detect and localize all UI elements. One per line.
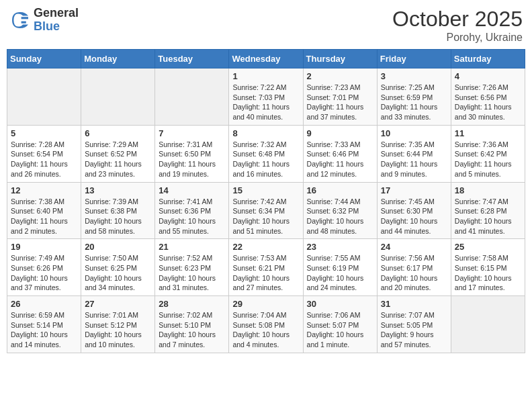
weekday-header: Wednesday: [229, 50, 303, 68]
day-info: Sunrise: 7:39 AMSunset: 6:38 PMDaylight:…: [85, 197, 151, 236]
calendar-cell: 9Sunrise: 7:33 AMSunset: 6:46 PMDaylight…: [303, 125, 377, 182]
calendar-cell: 2Sunrise: 7:23 AMSunset: 7:01 PMDaylight…: [303, 68, 377, 126]
calendar-cell: 8Sunrise: 7:32 AMSunset: 6:48 PMDaylight…: [229, 125, 303, 182]
day-info: Sunrise: 7:52 AMSunset: 6:23 PMDaylight:…: [159, 253, 225, 293]
calendar-cell: 10Sunrise: 7:35 AMSunset: 6:44 PMDayligh…: [377, 125, 451, 182]
day-number: 24: [381, 242, 447, 252]
day-info: Sunrise: 7:55 AMSunset: 6:19 PMDaylight:…: [307, 253, 373, 293]
calendar-week-row: 19Sunrise: 7:49 AMSunset: 6:26 PMDayligh…: [7, 239, 525, 296]
calendar-cell: 6Sunrise: 7:29 AMSunset: 6:52 PMDaylight…: [81, 125, 155, 182]
day-number: 26: [11, 299, 77, 309]
day-number: 14: [159, 185, 225, 195]
calendar-cell: 14Sunrise: 7:41 AMSunset: 6:36 PMDayligh…: [155, 182, 229, 239]
day-info: Sunrise: 7:26 AMSunset: 6:56 PMDaylight:…: [455, 83, 521, 122]
day-info: Sunrise: 7:45 AMSunset: 6:30 PMDaylight:…: [381, 197, 447, 236]
day-number: 4: [455, 71, 521, 81]
day-number: 5: [11, 128, 77, 138]
day-number: 11: [455, 128, 521, 138]
calendar-cell: [451, 296, 525, 353]
day-number: 3: [381, 71, 447, 81]
day-number: 19: [11, 242, 77, 252]
calendar-cell: 22Sunrise: 7:53 AMSunset: 6:21 PMDayligh…: [229, 239, 303, 296]
day-number: 27: [85, 299, 151, 309]
day-info: Sunrise: 6:59 AMSunset: 5:14 PMDaylight:…: [11, 310, 77, 350]
day-number: 23: [307, 242, 373, 252]
day-info: Sunrise: 7:23 AMSunset: 7:01 PMDaylight:…: [307, 83, 373, 122]
day-number: 20: [85, 242, 151, 252]
calendar-cell: 24Sunrise: 7:56 AMSunset: 6:17 PMDayligh…: [377, 239, 451, 296]
day-info: Sunrise: 7:25 AMSunset: 6:59 PMDaylight:…: [381, 83, 447, 122]
title-area: October 2025 Porohy, Ukraine: [392, 7, 523, 44]
weekday-header-row: SundayMondayTuesdayWednesdayThursdayFrid…: [7, 50, 525, 68]
day-number: 22: [232, 242, 299, 252]
calendar-cell: 7Sunrise: 7:31 AMSunset: 6:50 PMDaylight…: [155, 125, 229, 182]
day-number: 12: [11, 185, 77, 195]
calendar-cell: 15Sunrise: 7:42 AMSunset: 6:34 PMDayligh…: [229, 182, 303, 239]
calendar-week-row: 1Sunrise: 7:22 AMSunset: 7:03 PMDaylight…: [7, 68, 525, 126]
calendar-cell: 5Sunrise: 7:28 AMSunset: 6:54 PMDaylight…: [7, 125, 81, 182]
day-number: 16: [307, 185, 373, 195]
day-number: 10: [381, 128, 447, 138]
calendar-cell: 31Sunrise: 7:07 AMSunset: 5:05 PMDayligh…: [377, 296, 451, 353]
day-info: Sunrise: 7:02 AMSunset: 5:10 PMDaylight:…: [159, 310, 225, 350]
calendar-cell: 23Sunrise: 7:55 AMSunset: 6:19 PMDayligh…: [303, 239, 377, 296]
day-info: Sunrise: 7:36 AMSunset: 6:42 PMDaylight:…: [455, 140, 521, 179]
day-number: 8: [232, 128, 299, 138]
calendar-cell: 27Sunrise: 7:01 AMSunset: 5:12 PMDayligh…: [81, 296, 155, 353]
calendar-week-row: 12Sunrise: 7:38 AMSunset: 6:40 PMDayligh…: [7, 182, 525, 239]
weekday-header: Saturday: [451, 50, 525, 68]
month-title: October 2025: [392, 7, 523, 32]
calendar-cell: [155, 68, 229, 126]
day-info: Sunrise: 7:01 AMSunset: 5:12 PMDaylight:…: [85, 310, 151, 350]
day-info: Sunrise: 7:53 AMSunset: 6:21 PMDaylight:…: [232, 253, 299, 293]
day-number: 2: [307, 71, 373, 81]
weekday-header: Tuesday: [155, 50, 229, 68]
calendar-cell: [81, 68, 155, 126]
day-number: 13: [85, 185, 151, 195]
day-number: 7: [159, 128, 225, 138]
calendar-cell: 30Sunrise: 7:06 AMSunset: 5:07 PMDayligh…: [303, 296, 377, 353]
logo-text: General Blue: [34, 7, 79, 34]
day-number: 30: [307, 299, 373, 309]
calendar-cell: 4Sunrise: 7:26 AMSunset: 6:56 PMDaylight…: [451, 68, 525, 126]
logo: General Blue: [9, 7, 79, 34]
weekday-header: Sunday: [7, 50, 81, 68]
calendar-cell: 21Sunrise: 7:52 AMSunset: 6:23 PMDayligh…: [155, 239, 229, 296]
day-info: Sunrise: 7:29 AMSunset: 6:52 PMDaylight:…: [85, 140, 151, 179]
logo-blue-text: Blue: [34, 20, 79, 34]
weekday-header: Thursday: [303, 50, 377, 68]
day-info: Sunrise: 7:47 AMSunset: 6:28 PMDaylight:…: [455, 197, 521, 236]
day-info: Sunrise: 7:44 AMSunset: 6:32 PMDaylight:…: [307, 197, 373, 236]
day-info: Sunrise: 7:50 AMSunset: 6:25 PMDaylight:…: [85, 253, 151, 293]
day-number: 31: [381, 299, 447, 309]
day-info: Sunrise: 7:04 AMSunset: 5:08 PMDaylight:…: [232, 310, 299, 350]
calendar-cell: 11Sunrise: 7:36 AMSunset: 6:42 PMDayligh…: [451, 125, 525, 182]
day-number: 21: [159, 242, 225, 252]
day-info: Sunrise: 7:22 AMSunset: 7:03 PMDaylight:…: [232, 83, 299, 122]
day-number: 25: [455, 242, 521, 252]
calendar-cell: 17Sunrise: 7:45 AMSunset: 6:30 PMDayligh…: [377, 182, 451, 239]
day-info: Sunrise: 7:41 AMSunset: 6:36 PMDaylight:…: [159, 197, 225, 236]
calendar-cell: 13Sunrise: 7:39 AMSunset: 6:38 PMDayligh…: [81, 182, 155, 239]
logo-icon: [9, 9, 31, 31]
calendar-cell: 20Sunrise: 7:50 AMSunset: 6:25 PMDayligh…: [81, 239, 155, 296]
day-number: 9: [307, 128, 373, 138]
day-info: Sunrise: 7:06 AMSunset: 5:07 PMDaylight:…: [307, 310, 373, 350]
day-number: 29: [232, 299, 299, 309]
calendar-week-row: 5Sunrise: 7:28 AMSunset: 6:54 PMDaylight…: [7, 125, 525, 182]
calendar-cell: 12Sunrise: 7:38 AMSunset: 6:40 PMDayligh…: [7, 182, 81, 239]
calendar-cell: 19Sunrise: 7:49 AMSunset: 6:26 PMDayligh…: [7, 239, 81, 296]
calendar-cell: 26Sunrise: 6:59 AMSunset: 5:14 PMDayligh…: [7, 296, 81, 353]
calendar-cell: 16Sunrise: 7:44 AMSunset: 6:32 PMDayligh…: [303, 182, 377, 239]
day-info: Sunrise: 7:28 AMSunset: 6:54 PMDaylight:…: [11, 140, 77, 179]
weekday-header: Friday: [377, 50, 451, 68]
day-number: 18: [455, 185, 521, 195]
day-number: 15: [232, 185, 299, 195]
day-number: 1: [232, 71, 299, 81]
day-info: Sunrise: 7:32 AMSunset: 6:48 PMDaylight:…: [232, 140, 299, 179]
day-info: Sunrise: 7:56 AMSunset: 6:17 PMDaylight:…: [381, 253, 447, 293]
day-number: 6: [85, 128, 151, 138]
calendar-cell: 1Sunrise: 7:22 AMSunset: 7:03 PMDaylight…: [229, 68, 303, 126]
day-info: Sunrise: 7:07 AMSunset: 5:05 PMDaylight:…: [381, 310, 447, 350]
weekday-header: Monday: [81, 50, 155, 68]
